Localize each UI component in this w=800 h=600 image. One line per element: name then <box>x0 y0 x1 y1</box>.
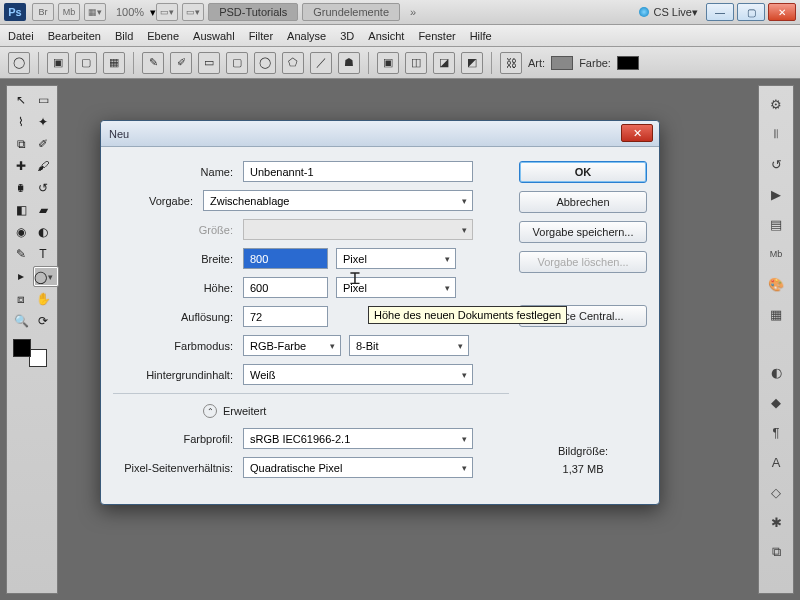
info-panel-icon[interactable]: ◐ <box>766 362 786 382</box>
shape-layers-icon[interactable]: ▣ <box>47 52 69 74</box>
combine-intersect-icon[interactable]: ◩ <box>461 52 483 74</box>
height-unit-select[interactable]: Pixel <box>336 277 456 298</box>
layout-button[interactable]: ▦▾ <box>84 3 106 21</box>
eyedropper-tool-icon[interactable]: ✐ <box>33 134 53 154</box>
combine-new-icon[interactable]: ▣ <box>377 52 399 74</box>
combine-add-icon[interactable]: ◫ <box>405 52 427 74</box>
cs-live-button[interactable]: CS Live ▾ <box>639 6 698 19</box>
menu-ebene[interactable]: Ebene <box>147 30 179 42</box>
brush-panel-icon[interactable]: ✱ <box>766 512 786 532</box>
blur-tool-icon[interactable]: ◉ <box>11 222 31 242</box>
line-icon[interactable]: ／ <box>310 52 332 74</box>
zoom-level[interactable]: 100% <box>116 6 144 18</box>
color-mode-select[interactable]: RGB-Farbe <box>243 335 341 356</box>
stamp-tool-icon[interactable]: ⧯ <box>11 178 31 198</box>
width-input[interactable] <box>243 248 328 269</box>
save-preset-button[interactable]: Vorgabe speichern... <box>519 221 647 243</box>
pen-tool-icon[interactable]: ✎ <box>11 244 31 264</box>
custom-shape-icon[interactable]: ☗ <box>338 52 360 74</box>
width-unit-select[interactable]: Pixel <box>336 248 456 269</box>
bridge-button[interactable]: Br <box>32 3 54 21</box>
fill-pixels-icon[interactable]: ▦ <box>103 52 125 74</box>
layers-panel-icon[interactable]: ▤ <box>766 214 786 234</box>
dialog-titlebar[interactable]: Neu ✕ <box>101 121 659 147</box>
rect-icon[interactable]: ▭ <box>198 52 220 74</box>
freeform-pen-icon[interactable]: ✐ <box>170 52 192 74</box>
color-profile-select[interactable]: sRGB IEC61966-2.1 <box>243 428 473 449</box>
background-color-swatch[interactable] <box>29 349 47 367</box>
adjustments-panel-icon[interactable]: ⚙ <box>766 94 786 114</box>
menu-auswahl[interactable]: Auswahl <box>193 30 235 42</box>
name-input[interactable] <box>243 161 473 182</box>
zoom-tool-icon[interactable]: 🔍 <box>11 311 31 331</box>
menu-hilfe[interactable]: Hilfe <box>470 30 492 42</box>
navigator-panel-icon[interactable]: ◆ <box>766 392 786 412</box>
type-tool-icon[interactable]: T <box>33 244 53 264</box>
paragraph-panel-icon[interactable]: ¶ <box>766 422 786 442</box>
rotate-view-tool-icon[interactable]: ⟳ <box>33 311 53 331</box>
healing-tool-icon[interactable]: ✚ <box>11 156 31 176</box>
bit-depth-select[interactable]: 8-Bit <box>349 335 469 356</box>
background-select[interactable]: Weiß <box>243 364 473 385</box>
workspace-tab-active[interactable]: PSD-Tutorials <box>208 3 298 21</box>
combine-subtract-icon[interactable]: ◪ <box>433 52 455 74</box>
screen-mode-button[interactable]: ▭▾ <box>182 3 204 21</box>
paths-icon[interactable]: ▢ <box>75 52 97 74</box>
paths-panel-icon[interactable]: ◇ <box>766 482 786 502</box>
history-panel-icon[interactable]: ↺ <box>766 154 786 174</box>
hand-tool-icon[interactable]: ✋ <box>33 289 53 309</box>
resolution-input[interactable] <box>243 306 328 327</box>
advanced-toggle[interactable]: ⌃ Erweitert <box>203 404 509 418</box>
history-brush-tool-icon[interactable]: ↺ <box>33 178 53 198</box>
minibridge-button[interactable]: Mb <box>58 3 80 21</box>
menu-bild[interactable]: Bild <box>115 30 133 42</box>
window-maximize-button[interactable]: ▢ <box>737 3 765 21</box>
color-swatch[interactable] <box>617 56 639 70</box>
window-close-button[interactable]: ✕ <box>768 3 796 21</box>
3d-tool-icon[interactable]: ⧈ <box>11 289 31 309</box>
character-panel-icon[interactable]: A <box>766 452 786 472</box>
style-swatch[interactable] <box>551 56 573 70</box>
menu-filter[interactable]: Filter <box>249 30 273 42</box>
clone-panel-icon[interactable]: ⧉ <box>766 542 786 562</box>
actions-panel-icon[interactable]: ▶ <box>766 184 786 204</box>
move-tool-icon[interactable]: ↖ <box>11 90 31 110</box>
workspace-tab-inactive[interactable]: Grundelemente <box>302 3 400 21</box>
path-select-tool-icon[interactable]: ▸ <box>11 266 31 286</box>
view-extras-button[interactable]: ▭▾ <box>156 3 178 21</box>
ok-button[interactable]: OK <box>519 161 647 183</box>
marquee-tool-icon[interactable]: ▭ <box>33 90 53 110</box>
color-panel-icon[interactable]: 🎨 <box>766 274 786 294</box>
menu-bearbeiten[interactable]: Bearbeiten <box>48 30 101 42</box>
swatches-panel-icon[interactable]: ⫴ <box>766 124 786 144</box>
eraser-tool-icon[interactable]: ◧ <box>11 200 31 220</box>
dialog-close-button[interactable]: ✕ <box>621 124 653 142</box>
color-picker[interactable] <box>11 337 49 369</box>
menu-fenster[interactable]: Fenster <box>418 30 455 42</box>
preset-select[interactable]: Zwischenablage <box>203 190 473 211</box>
pixel-aspect-select[interactable]: Quadratische Pixel <box>243 457 473 478</box>
lasso-tool-icon[interactable]: ⌇ <box>11 112 31 132</box>
crop-tool-icon[interactable]: ⧉ <box>11 134 31 154</box>
foreground-color-swatch[interactable] <box>13 339 31 357</box>
styles-panel-icon[interactable]: ▦ <box>766 304 786 324</box>
roundrect-icon[interactable]: ▢ <box>226 52 248 74</box>
pen-icon[interactable]: ✎ <box>142 52 164 74</box>
ellipse-icon[interactable]: ◯ <box>254 52 276 74</box>
cancel-button[interactable]: Abbrechen <box>519 191 647 213</box>
polygon-icon[interactable]: ⬠ <box>282 52 304 74</box>
wand-tool-icon[interactable]: ✦ <box>33 112 53 132</box>
menu-ansicht[interactable]: Ansicht <box>368 30 404 42</box>
link-icon[interactable]: ⛓ <box>500 52 522 74</box>
menu-datei[interactable]: Datei <box>8 30 34 42</box>
height-input[interactable] <box>243 277 328 298</box>
tool-preset-icon[interactable]: ◯ <box>8 52 30 74</box>
dodge-tool-icon[interactable]: ◐ <box>33 222 53 242</box>
brush-tool-icon[interactable]: 🖌 <box>33 156 53 176</box>
window-minimize-button[interactable]: — <box>706 3 734 21</box>
menu-3d[interactable]: 3D <box>340 30 354 42</box>
channels-panel-icon[interactable]: Mb <box>766 244 786 264</box>
workspace-more-icon[interactable]: » <box>410 6 416 18</box>
shape-tool-icon[interactable]: ◯ <box>33 266 59 287</box>
gradient-tool-icon[interactable]: ▰ <box>33 200 53 220</box>
